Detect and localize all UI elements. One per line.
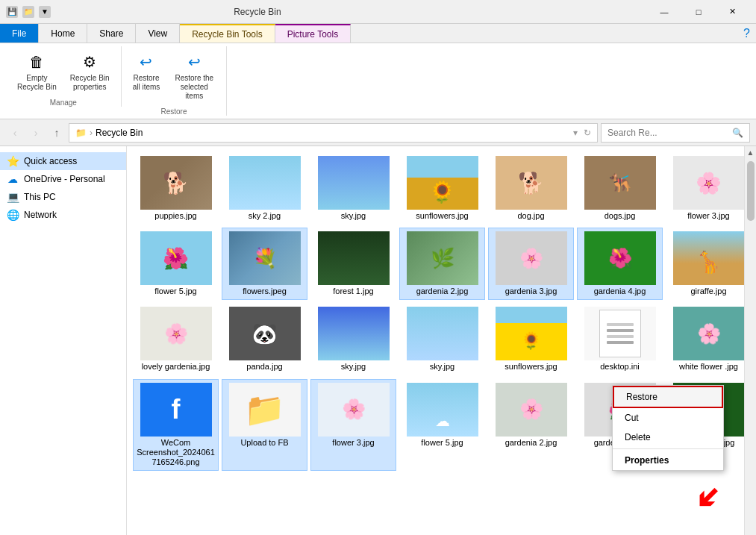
- this-pc-icon: 💻: [6, 191, 19, 203]
- tab-picture-tools[interactable]: Picture Tools: [275, 24, 351, 43]
- file-item-sunflowers2[interactable]: 🌻 sunflowers.jpg: [488, 303, 574, 375]
- file-item-giraffe[interactable]: 🦒 giraffe.jpg: [666, 228, 744, 300]
- file-item-flower3-2[interactable]: 🌸 flower 3.jpg: [310, 379, 396, 472]
- file-label: desktop.ini: [600, 362, 640, 372]
- minimize-button[interactable]: —: [647, 0, 681, 24]
- tab-view[interactable]: View: [136, 24, 180, 43]
- quick-access-icon2: 📁: [22, 6, 34, 18]
- file-item-wecom[interactable]: f WeCom Screenshot_20240617165246.png: [133, 379, 219, 472]
- file-item-lovely-gardenia[interactable]: 🌸 lovely gardenia.jpg: [133, 303, 219, 375]
- search-box[interactable]: 🔍: [601, 123, 750, 143]
- sidebar-item-quick-access[interactable]: ⭐ Quick access: [0, 152, 126, 170]
- file-label: gardenia 2.jpg: [416, 287, 469, 296]
- file-item-gardenia3[interactable]: 🌸 gardenia 3.jpg: [488, 228, 574, 300]
- file-label: sunflowers.jpg: [504, 362, 557, 372]
- file-item-sky2[interactable]: sky 2.jpg: [222, 152, 307, 225]
- this-pc-label: This PC: [24, 192, 56, 202]
- restore-group-label: Restore: [128, 107, 221, 116]
- restore-all-items-button[interactable]: ↩ Restoreall items: [128, 46, 166, 104]
- onedrive-label: OneDrive - Personal: [24, 174, 105, 184]
- empty-recycle-bin-icon: 🗑: [25, 50, 49, 74]
- search-icon: 🔍: [732, 128, 743, 138]
- back-button[interactable]: ‹: [6, 124, 24, 142]
- context-cut[interactable]: Cut: [613, 408, 723, 428]
- sidebar-item-network[interactable]: 🌐 Network: [0, 206, 126, 224]
- file-label: flower 5.jpg: [421, 438, 463, 448]
- file-label: sky 2.jpg: [249, 211, 281, 221]
- network-icon: 🌐: [6, 209, 19, 221]
- file-item-puppies[interactable]: 🐕 puppies.jpg: [133, 152, 219, 225]
- file-label: lovely gardenia.jpg: [142, 362, 210, 372]
- scroll-thumb[interactable]: [747, 161, 755, 221]
- up-button[interactable]: ↑: [48, 124, 66, 142]
- close-button[interactable]: ✕: [716, 0, 750, 24]
- file-item-gardenia2[interactable]: 🌿 gardenia 2.jpg: [399, 228, 485, 300]
- file-label: panda.jpg: [246, 362, 282, 372]
- folder-icon: 📁: [75, 128, 87, 138]
- file-item-flower5-2[interactable]: ☁ flower 5.jpg: [399, 379, 485, 472]
- file-item-sky-s2[interactable]: sky.jpg: [399, 303, 485, 375]
- context-delete[interactable]: Delete: [613, 428, 723, 447]
- onedrive-icon: ☁: [6, 173, 19, 185]
- file-item-flower3-1[interactable]: 🌸 flower 3.jpg: [666, 152, 744, 225]
- file-item-gardenia2-2[interactable]: 🌸 gardenia 2.jpg: [488, 379, 574, 472]
- recycle-bin-properties-button[interactable]: ⚙ Recycle Binproperties: [65, 46, 115, 96]
- path-label: Recycle Bin: [96, 128, 143, 138]
- quick-access-label: Quick access: [24, 156, 77, 166]
- file-item-sky[interactable]: sky.jpg: [310, 152, 396, 225]
- file-item-sunflowers[interactable]: 🌻 sunflowers.jpg: [399, 152, 485, 225]
- file-label: white flower .jpg: [679, 362, 738, 372]
- file-label: sunflowers.jpg: [416, 211, 468, 221]
- help-button[interactable]: ?: [737, 24, 756, 43]
- file-item-flowers-jpeg[interactable]: 💐 flowers.jpeg: [222, 228, 307, 300]
- tab-home[interactable]: Home: [39, 24, 87, 43]
- search-input[interactable]: [607, 128, 732, 138]
- empty-recycle-bin-button[interactable]: 🗑 EmptyRecycle Bin: [12, 46, 62, 96]
- forward-button[interactable]: ›: [27, 124, 45, 142]
- sidebar: ⭐ Quick access ☁ OneDrive - Personal 💻 T…: [0, 146, 127, 535]
- file-item-upload-to-fb[interactable]: 📁 Upload to FB: [222, 379, 307, 472]
- file-item-dogs[interactable]: 🐕‍🦺 dogs.jpg: [577, 152, 663, 225]
- file-label: gardenia 3.jpg: [505, 287, 557, 296]
- quick-access-icon1: 💾: [6, 6, 18, 18]
- network-label: Network: [24, 210, 57, 220]
- scroll-down[interactable]: ▼: [745, 531, 757, 535]
- file-item-sky-s1[interactable]: sky.jpg: [310, 303, 396, 375]
- file-item-white-flower[interactable]: 🌸 white flower .jpg: [666, 303, 744, 375]
- tab-file[interactable]: File: [0, 24, 39, 43]
- file-label: flower 3.jpg: [687, 211, 729, 221]
- file-item-flower5[interactable]: 🌺 flower 5.jpg: [133, 228, 219, 300]
- sidebar-item-onedrive[interactable]: ☁ OneDrive - Personal: [0, 170, 126, 188]
- context-restore[interactable]: Restore: [613, 386, 723, 408]
- recycle-bin-properties-icon: ⚙: [78, 50, 101, 74]
- empty-recycle-bin-label: EmptyRecycle Bin: [17, 74, 57, 92]
- title-bar-title: Recycle Bin: [234, 7, 281, 17]
- file-area[interactable]: 🐕 puppies.jpg sky 2.jpg sky.jpg 🌻 sunflo…: [127, 146, 744, 535]
- restore-selected-button[interactable]: ↩ Restore theselected items: [168, 46, 220, 104]
- file-label: sky.jpg: [341, 362, 366, 372]
- file-item-dog[interactable]: 🐕 dog.jpg: [488, 152, 574, 225]
- maximize-button[interactable]: □: [681, 0, 716, 24]
- path-arrow: ›: [90, 128, 93, 138]
- dropdown-arrow[interactable]: ▾: [573, 128, 578, 138]
- scrollbar[interactable]: ▲ ▼: [744, 146, 756, 535]
- tab-recycle-bin-tools[interactable]: Recycle Bin Tools: [180, 24, 275, 43]
- title-bar: 💾 📁 ▼ Recycle Bin — □ ✕: [0, 0, 756, 24]
- file-item-gardenia4[interactable]: 🌺 gardenia 4.jpg: [577, 228, 663, 300]
- file-label: puppies.jpg: [154, 211, 196, 221]
- refresh-icon[interactable]: ↻: [584, 128, 591, 138]
- address-path-box[interactable]: 📁 › Recycle Bin ▾ ↻: [69, 123, 598, 143]
- file-label: Upload to FB: [240, 438, 288, 448]
- restore-all-label: Restoreall items: [133, 74, 160, 92]
- file-item-forest1[interactable]: forest 1.jpg: [310, 228, 396, 300]
- restore-selected-label: Restore theselected items: [173, 74, 215, 101]
- tab-share[interactable]: Share: [87, 24, 136, 43]
- quick-access-star-icon: ⭐: [6, 155, 19, 167]
- file-label: dogs.jpg: [605, 211, 636, 221]
- sidebar-item-this-pc[interactable]: 💻 This PC: [0, 188, 126, 206]
- context-properties[interactable]: Properties: [613, 451, 723, 470]
- file-item-panda[interactable]: 🐼 panda.jpg: [222, 303, 307, 375]
- scroll-up[interactable]: ▲: [745, 146, 757, 158]
- title-bar-controls: — □ ✕: [647, 0, 750, 24]
- file-item-desktop-ini1[interactable]: desktop.ini: [577, 303, 663, 375]
